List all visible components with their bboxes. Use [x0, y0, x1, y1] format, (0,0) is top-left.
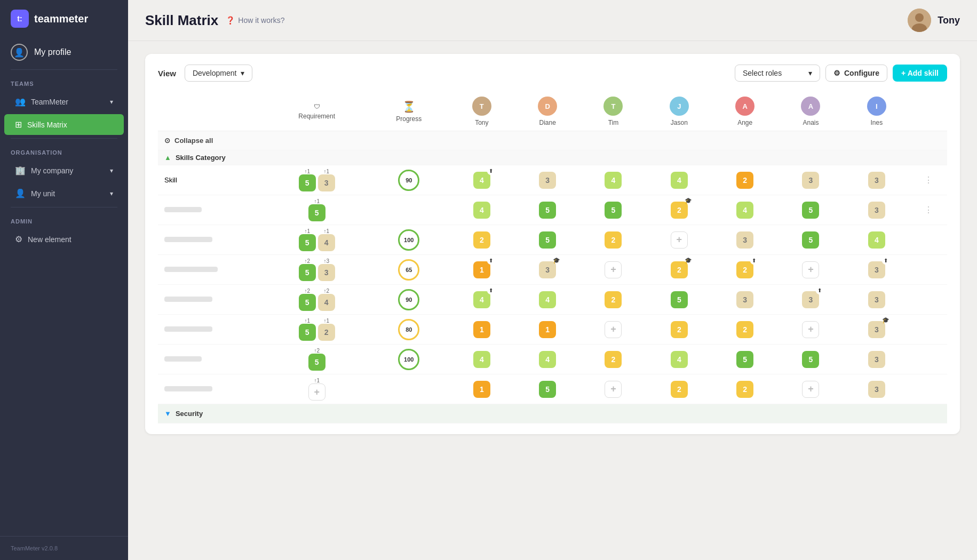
sidebar-item-my-unit[interactable]: 👤 My unit ▾	[4, 183, 124, 204]
score-anais-2[interactable]: 5	[778, 195, 844, 225]
score-jason-1[interactable]: 4	[646, 165, 712, 195]
logo[interactable]: t: teammeter	[0, 0, 128, 37]
score-anais-3[interactable]: 5	[778, 225, 844, 255]
score-ange-6[interactable]: 2	[712, 315, 777, 345]
member-name-ines: Ines	[870, 119, 883, 126]
score-badge: 3	[868, 381, 885, 398]
score-ange-3[interactable]: 3	[712, 225, 777, 255]
req-badge: 5	[299, 324, 316, 341]
security-section-toggle[interactable]: ▼ Security	[164, 410, 941, 418]
security-expand-icon: ▼	[164, 410, 171, 418]
score-tony-8[interactable]: 1	[449, 374, 514, 404]
progress-ring: 90	[398, 289, 419, 310]
req-badge: 5	[299, 294, 316, 311]
score-ines-3[interactable]: 4	[844, 225, 909, 255]
add-skill-button[interactable]: + Add skill	[893, 65, 947, 82]
score-badge: 4	[473, 351, 490, 368]
score-jason-6[interactable]: 2	[646, 315, 712, 345]
score-badge: 3	[868, 261, 885, 278]
score-diane-5[interactable]: 4	[515, 285, 581, 315]
score-tim-5[interactable]: 2	[581, 285, 646, 315]
configure-button[interactable]: ⚙ Configure	[825, 65, 887, 82]
score-tony-7[interactable]: 4	[449, 345, 514, 374]
blurred-skill-name	[164, 386, 212, 391]
req-badge-2: 2	[318, 324, 335, 341]
score-ange-4[interactable]: 2	[712, 255, 777, 285]
view-dropdown[interactable]: Development ▾	[185, 65, 253, 82]
sidebar-item-skills-matrix[interactable]: ⊞ Skills Matrix	[4, 114, 124, 135]
score-tim-2[interactable]: 5	[581, 195, 646, 225]
action-cell-2[interactable]: ⋮	[909, 195, 947, 225]
sidebar-item-my-company[interactable]: 🏢 My company ▾	[4, 160, 124, 181]
score-ines-6[interactable]: 3	[844, 315, 909, 345]
topbar-right: Tony	[908, 9, 960, 32]
my-profile-item[interactable]: 👤 My profile	[0, 37, 128, 67]
score-diane-7[interactable]: 4	[515, 345, 581, 374]
progress-icon: ⏳	[402, 100, 416, 113]
score-tim-6[interactable]: +	[581, 315, 646, 345]
page-title: Skill Matrix	[145, 12, 218, 29]
sidebar-item-new-element[interactable]: ⚙ New element	[4, 229, 124, 250]
score-ange-5[interactable]: 3	[712, 285, 777, 315]
score-anais-6[interactable]: +	[778, 315, 844, 345]
score-anais-1[interactable]: 3	[778, 165, 844, 195]
score-tony-6[interactable]: 1	[449, 315, 514, 345]
score-ines-8[interactable]: 3	[844, 374, 909, 404]
how-it-works-button[interactable]: ❓ How it works?	[226, 16, 284, 25]
blurred-skill-name	[164, 326, 212, 332]
score-tim-4[interactable]: +	[581, 255, 646, 285]
score-badge: 5	[736, 351, 753, 368]
score-anais-5[interactable]: 3	[778, 285, 844, 315]
score-tim-3[interactable]: 2	[581, 225, 646, 255]
score-diane-3[interactable]: 5	[515, 225, 581, 255]
score-jason-3[interactable]: +	[646, 225, 712, 255]
score-anais-7[interactable]: 5	[778, 345, 844, 374]
score-ange-7[interactable]: 5	[712, 345, 777, 374]
score-diane-8[interactable]: 5	[515, 374, 581, 404]
progress-cell-7: 100	[369, 345, 449, 374]
score-jason-5[interactable]: 5	[646, 285, 712, 315]
table-row: Skill ↑1 5	[158, 165, 947, 195]
score-jason-4[interactable]: 2	[646, 255, 712, 285]
score-tony-4[interactable]: 1	[449, 255, 514, 285]
more-options-icon[interactable]: ⋮	[924, 175, 933, 185]
score-diane-6[interactable]: 1	[515, 315, 581, 345]
score-jason-7[interactable]: 4	[646, 345, 712, 374]
grid-icon: ⊞	[15, 119, 22, 130]
score-ines-4[interactable]: 3	[844, 255, 909, 285]
score-jason-8[interactable]: 2	[646, 374, 712, 404]
score-diane-1[interactable]: 3	[515, 165, 581, 195]
score-tony-5[interactable]: 4	[449, 285, 514, 315]
view-label: View	[158, 69, 176, 78]
score-anais-8[interactable]: +	[778, 374, 844, 404]
score-diane-4[interactable]: 3	[515, 255, 581, 285]
skill-name: Skill	[164, 176, 177, 184]
score-anais-4[interactable]: +	[778, 255, 844, 285]
score-tim-8[interactable]: +	[581, 374, 646, 404]
score-tony-3[interactable]: 2	[449, 225, 514, 255]
score-badge: 2	[736, 381, 753, 398]
score-badge: 1	[473, 381, 490, 398]
score-ange-1[interactable]: 2	[712, 165, 777, 195]
score-ines-2[interactable]: 3	[844, 195, 909, 225]
score-tony-1[interactable]: 4	[449, 165, 514, 195]
score-jason-2[interactable]: 2	[646, 195, 712, 225]
score-ines-1[interactable]: 3	[844, 165, 909, 195]
select-roles-dropdown[interactable]: Select roles ▾	[735, 65, 820, 82]
category-toggle-skills[interactable]: ▲ Skills Category	[164, 154, 943, 162]
score-ange-2[interactable]: 4	[712, 195, 777, 225]
score-tim-7[interactable]: 2	[581, 345, 646, 374]
more-options-icon[interactable]: ⋮	[924, 205, 933, 214]
req-cell-6: ↑1 5 ↑1 2	[265, 315, 369, 345]
score-diane-2[interactable]: 5	[515, 195, 581, 225]
score-badge: 2	[671, 202, 688, 219]
score-ines-7[interactable]: 3	[844, 345, 909, 374]
action-cell-1[interactable]: ⋮	[909, 165, 947, 195]
sidebar-item-teammeter[interactable]: 👥 TeamMeter ▾	[4, 91, 124, 112]
score-ange-8[interactable]: 2	[712, 374, 777, 404]
collapse-all-button[interactable]: ⊙ Collapse all	[164, 137, 941, 145]
score-tony-2[interactable]: 4	[449, 195, 514, 225]
action-cell-6	[909, 315, 947, 345]
score-tim-1[interactable]: 4	[581, 165, 646, 195]
score-ines-5[interactable]: 3	[844, 285, 909, 315]
